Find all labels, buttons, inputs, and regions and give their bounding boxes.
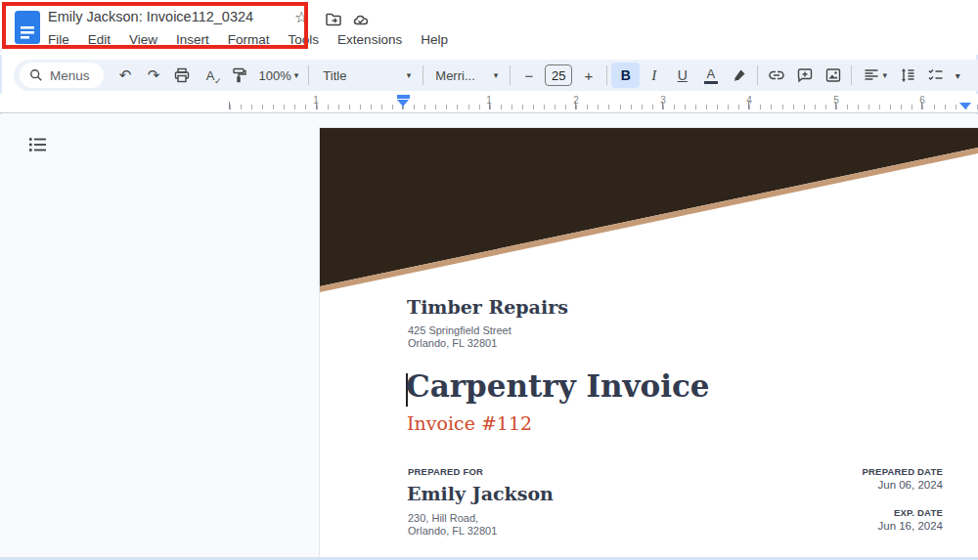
- spellcheck-check: ✓: [214, 76, 222, 86]
- ruler-number: 1: [486, 95, 492, 106]
- print-icon: [173, 66, 191, 84]
- font-size-input[interactable]: 25: [545, 65, 572, 86]
- italic-button[interactable]: I: [640, 63, 668, 88]
- menus-search[interactable]: Menus: [20, 63, 104, 88]
- move-folder-icon[interactable]: [325, 11, 342, 28]
- menu-help[interactable]: Help: [419, 31, 450, 48]
- toolbar-more-dropdown[interactable]: ▾: [950, 63, 965, 88]
- cloud-saved-icon[interactable]: [352, 11, 370, 28]
- menu-view[interactable]: View: [127, 31, 159, 48]
- checklist-button[interactable]: [921, 63, 950, 88]
- prepared-date-block: PREPARED DATE Jun 06, 2024: [863, 466, 943, 491]
- star-icon[interactable]: ☆: [294, 8, 308, 26]
- company-address-line1: 425 Springfield Street: [408, 324, 511, 337]
- checklist-icon: [927, 66, 945, 84]
- exp-date-label: EXP. DATE: [877, 507, 943, 518]
- prepared-date-value: Jun 06, 2024: [863, 479, 943, 491]
- bold-button[interactable]: B: [611, 63, 640, 88]
- prepared-for-label: PREPARED FOR: [408, 466, 483, 477]
- invoice-title: Carpentry Invoice: [406, 368, 710, 404]
- exp-date-block: EXP. DATE Jun 16, 2024: [877, 507, 943, 532]
- menu-tools[interactable]: Tools: [287, 31, 322, 48]
- ruler-number: 3: [660, 95, 666, 106]
- toolbar-separator: [510, 65, 511, 85]
- zoom-control[interactable]: 100% ▾: [253, 68, 305, 83]
- menu-file[interactable]: File: [46, 31, 71, 48]
- document-area: Timber Repairs 425 Springfield Street Or…: [0, 114, 978, 560]
- titlebar: Emily Jackson: Invoice112_0324 ☆ File Ed…: [0, 0, 978, 55]
- line-spacing-icon: [899, 66, 916, 84]
- insert-image-button[interactable]: [819, 63, 847, 88]
- decrease-font-size-button[interactable]: −: [514, 63, 543, 88]
- google-docs-icon[interactable]: [15, 11, 40, 44]
- invoice-banner-graphic: [320, 128, 978, 296]
- client-address: 230, Hill Road, Orlando, FL 32801: [408, 512, 497, 538]
- align-left-icon: [863, 66, 880, 84]
- chevron-down-icon: ▾: [294, 70, 299, 80]
- paint-roller-icon: [230, 66, 247, 84]
- exp-date-value: Jun 16, 2024: [877, 520, 943, 532]
- link-icon: [768, 66, 785, 84]
- chevron-down-icon: ▾: [883, 70, 888, 80]
- first-line-indent-marker[interactable]: [397, 95, 410, 99]
- highlight-button[interactable]: [725, 63, 753, 88]
- document-page[interactable]: Timber Repairs 425 Springfield Street Or…: [320, 128, 978, 560]
- ruler-number: 5: [833, 95, 839, 106]
- client-name: Emily Jackson: [407, 483, 554, 504]
- spellcheck-button[interactable]: A ✓: [197, 63, 225, 88]
- prepared-date-label: PREPARED DATE: [863, 466, 943, 477]
- menu-insert[interactable]: Insert: [174, 31, 211, 48]
- chevron-down-icon: ▾: [407, 70, 412, 80]
- text-color-swatch: [704, 81, 718, 84]
- invoice-number: Invoice #112: [407, 412, 532, 434]
- menu-bar: File Edit View Insert Format Tools Exten…: [46, 31, 450, 48]
- ruler-number: 6: [919, 95, 925, 106]
- align-dropdown[interactable]: ▾: [856, 63, 893, 88]
- chevron-down-icon: ▾: [494, 70, 499, 80]
- toolbar-separator: [851, 65, 852, 85]
- menu-edit[interactable]: Edit: [86, 31, 112, 48]
- client-address-line2: Orlando, FL 32801: [408, 525, 497, 538]
- text-color-label: A: [706, 67, 715, 80]
- ruler-number: 2: [573, 95, 579, 106]
- paragraph-style-dropdown[interactable]: Title ▾: [313, 68, 419, 83]
- toolbar-separator: [757, 65, 758, 85]
- left-indent-marker[interactable]: [397, 100, 409, 107]
- ruler-number: 4: [746, 95, 752, 106]
- image-icon: [824, 66, 842, 84]
- increase-font-size-button[interactable]: +: [574, 63, 602, 88]
- client-address-line1: 230, Hill Road,: [408, 512, 497, 525]
- insert-link-button[interactable]: [762, 63, 790, 88]
- line-spacing-button[interactable]: [893, 63, 921, 88]
- font-family-dropdown[interactable]: Merri... ▾: [427, 68, 506, 83]
- search-icon: [29, 68, 43, 82]
- comment-icon: [796, 66, 814, 84]
- company-address-line2: Orlando, FL 32801: [408, 337, 511, 350]
- menus-search-label: Menus: [50, 68, 90, 83]
- paint-format-button[interactable]: [225, 63, 253, 88]
- toolbar: Menus ↶ ↷ A ✓ 100% ▾ Title ▾ Merri: [14, 60, 978, 91]
- google-docs-window: Emily Jackson: Invoice112_0324 ☆ File Ed…: [0, 0, 978, 560]
- toolbar-separator: [422, 65, 423, 85]
- horizontal-ruler[interactable]: 1 1 2 3 4 5 6: [0, 94, 978, 113]
- menu-extensions[interactable]: Extensions: [335, 31, 404, 48]
- ruler-number: 1: [313, 95, 319, 106]
- menu-format[interactable]: Format: [226, 31, 272, 48]
- underline-button[interactable]: U: [668, 63, 696, 88]
- add-comment-button[interactable]: [790, 63, 819, 88]
- right-indent-marker[interactable]: [959, 103, 971, 109]
- redo-button[interactable]: ↷: [140, 63, 168, 88]
- print-button[interactable]: [168, 63, 197, 88]
- document-outline-icon[interactable]: [28, 136, 47, 153]
- document-title[interactable]: Emily Jackson: Invoice112_0324: [48, 9, 253, 24]
- style-value: Title: [323, 68, 346, 83]
- toolbar-separator: [308, 65, 309, 85]
- text-color-button[interactable]: A: [696, 63, 725, 88]
- ruler-major-ticks: [229, 102, 978, 109]
- company-address: 425 Springfield Street Orlando, FL 32801: [408, 324, 511, 350]
- zoom-value: 100%: [259, 68, 291, 83]
- undo-button[interactable]: ↶: [111, 63, 140, 88]
- company-name: Timber Repairs: [407, 296, 568, 318]
- highlighter-icon: [731, 66, 748, 84]
- toolbar-separator: [606, 65, 607, 85]
